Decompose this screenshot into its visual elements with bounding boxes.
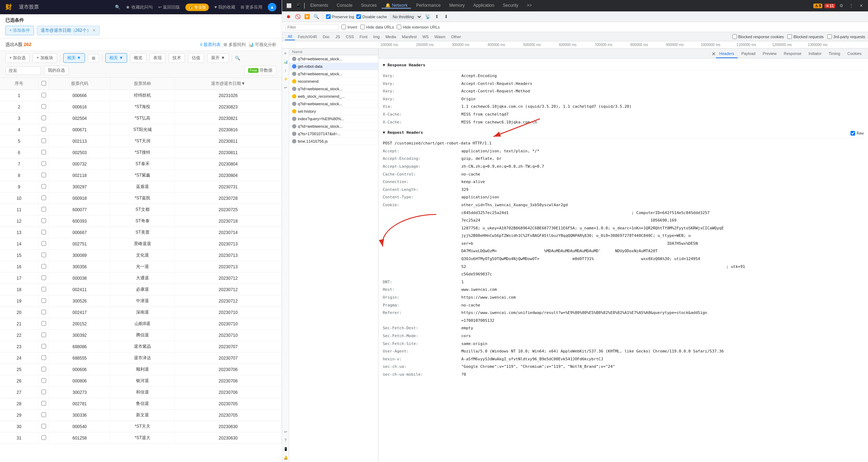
toolbar-search-input[interactable] <box>5 66 41 75</box>
row-checkbox-4[interactable] <box>38 136 49 147</box>
net-item-11[interactable]: time.11416756.js <box>289 138 378 145</box>
add-watchlist-btn[interactable]: + 加自选 <box>5 53 30 63</box>
condition-tag-close[interactable]: ✕ <box>92 28 96 33</box>
view-chart-btn[interactable]: 📊 可视化分析 <box>249 42 276 48</box>
related-btn-1[interactable]: 相关 ▼ <box>63 53 85 63</box>
more-apps-btn[interactable]: ⊞ 更多应用 <box>241 4 262 10</box>
type-all-btn[interactable]: All <box>285 33 295 40</box>
row-checkbox-25[interactable] <box>38 375 49 387</box>
preserve-log-checkbox[interactable] <box>326 14 331 19</box>
row-checkbox-19[interactable] <box>38 307 49 318</box>
stock-name-14[interactable]: 文化退 <box>110 250 175 261</box>
condition-tag-0[interactable]: 退市@退市日期（262个） ✕ <box>37 26 99 35</box>
import-btn[interactable]: ⬆ <box>433 13 441 20</box>
close-devtools-icon[interactable]: ✕ <box>857 2 865 10</box>
stock-name-5[interactable]: *ST搜特 <box>110 147 175 158</box>
nav-icon-5[interactable]: ↩ <box>283 85 289 90</box>
preserve-log-label[interactable]: Preserve log <box>326 14 354 19</box>
type-js-btn[interactable]: JS <box>333 34 343 40</box>
stock-name-20[interactable]: 山航B退 <box>110 318 175 330</box>
row-checkbox-10[interactable] <box>38 204 49 215</box>
blocked-requests-label[interactable]: Blocked requests <box>787 34 823 39</box>
grid-btn[interactable]: ⊞ <box>88 54 99 62</box>
net-item-2[interactable]: q?id=webiwencai_stock... <box>289 70 378 78</box>
export-btn[interactable]: Free 导数据 <box>244 66 276 75</box>
hide-ext-urls-checkbox[interactable] <box>397 25 401 29</box>
stock-name-0[interactable]: 经纬纺机 <box>110 90 175 101</box>
inspect-icon[interactable]: ⬜ <box>285 2 293 10</box>
row-checkbox-27[interactable] <box>38 398 49 410</box>
net-item-9[interactable]: q?id=webiwencai_stock... <box>289 123 378 130</box>
row-checkbox-12[interactable] <box>38 227 49 238</box>
disable-cache-checkbox[interactable] <box>356 14 361 19</box>
net-item-10[interactable]: q?ts=1700107147&id=... <box>289 130 378 138</box>
type-ws-btn[interactable]: WS <box>420 34 432 40</box>
tab-application[interactable]: Application <box>470 3 498 9</box>
stock-name-7[interactable]: *ST紫鑫 <box>110 170 175 181</box>
nav-icon-bottom-3[interactable]: 📱 <box>283 446 289 452</box>
third-party-checkbox[interactable] <box>827 34 832 39</box>
type-doc-btn[interactable]: Doc <box>320 34 333 40</box>
settings-icon[interactable]: ⚙ <box>837 2 845 10</box>
detail-tab-response[interactable]: Response <box>780 50 805 58</box>
throttling-select[interactable]: No throttling <box>389 14 422 20</box>
net-item-1[interactable]: get-robot-data <box>289 63 378 70</box>
type-wasm-btn[interactable]: Wasm <box>432 34 448 40</box>
stock-name-16[interactable]: 大通退 <box>110 273 175 284</box>
row-checkbox-17[interactable] <box>38 284 49 295</box>
add-condition-btn[interactable]: + 添加条件 <box>5 26 34 35</box>
detail-close-btn[interactable]: ✕ <box>712 51 716 58</box>
stock-name-4[interactable]: *ST天润 <box>110 136 175 147</box>
search-network-btn[interactable]: 🔍 <box>313 13 320 20</box>
detail-tab-payload[interactable]: Payload <box>738 50 759 58</box>
row-checkbox-2[interactable] <box>38 113 49 124</box>
hide-ext-urls-label[interactable]: Hide extension URLs <box>397 25 440 29</box>
request-headers-title[interactable]: ▼ Request Headers <box>383 130 423 135</box>
nav-icon-4[interactable]: ⚡ <box>283 76 289 82</box>
more-options-icon[interactable]: ⋮ <box>847 2 855 10</box>
detail-tab-timing[interactable]: Timing <box>825 50 844 58</box>
nav-icon-1[interactable]: ≡ <box>283 50 289 56</box>
raw-toggle-label[interactable]: Raw <box>851 131 864 136</box>
device-icon[interactable]: 📱 <box>294 2 302 10</box>
tab-more[interactable]: >> <box>523 3 536 9</box>
stock-name-2[interactable]: *ST弘高 <box>110 113 175 124</box>
collect-btn[interactable]: ★ 收藏此问句 <box>126 4 152 10</box>
overview-btn[interactable]: 概览 <box>130 53 146 63</box>
stock-name-11[interactable]: ST奇泰 <box>110 215 175 227</box>
stock-name-3[interactable]: ST阳光城 <box>110 124 175 136</box>
tech-btn[interactable]: 技术 <box>169 53 185 63</box>
tab-console[interactable]: Console <box>333 3 356 9</box>
net-item-4[interactable]: q?id=webiwencai_stock... <box>289 85 378 93</box>
nav-icon-2[interactable]: 📊 <box>283 59 289 65</box>
raw-toggle-checkbox[interactable] <box>851 131 855 136</box>
nav-icon-bottom-4[interactable]: 🔔 <box>283 455 289 460</box>
search-btn[interactable]: 🔍 <box>115 5 120 10</box>
row-checkbox-23[interactable] <box>38 352 49 364</box>
net-item-6[interactable]: q?id=webiwencai_stock... <box>289 100 378 108</box>
stock-name-10[interactable]: ST文都 <box>110 204 175 215</box>
row-checkbox-0[interactable] <box>38 90 49 101</box>
stock-name-1[interactable]: *ST海投 <box>110 101 175 113</box>
tab-elements[interactable]: Elements <box>307 3 332 9</box>
stock-name-23[interactable]: 退市泽达 <box>110 352 175 364</box>
stock-name-24[interactable]: 顺利退 <box>110 364 175 375</box>
type-font-btn[interactable]: Font <box>357 34 370 40</box>
valuation-btn[interactable]: 估值 <box>188 53 204 63</box>
stock-name-29[interactable]: *ST天天 <box>110 421 175 432</box>
invert-label[interactable]: Invert <box>341 25 357 29</box>
tab-memory[interactable]: Memory <box>446 3 468 9</box>
row-checkbox-20[interactable] <box>38 318 49 330</box>
export-network-btn[interactable]: ⬇ <box>443 13 450 20</box>
type-fetch-btn[interactable]: Fetch/XHR <box>295 34 320 40</box>
row-checkbox-16[interactable] <box>38 273 49 284</box>
type-css-btn[interactable]: CSS <box>343 34 357 40</box>
stock-name-28[interactable]: 新文退 <box>110 410 175 421</box>
nav-icon-3[interactable]: ↕ <box>283 67 289 73</box>
row-checkbox-6[interactable] <box>38 158 49 170</box>
net-item-8[interactable]: index?query=%E9%80%... <box>289 115 378 123</box>
tab-network[interactable]: 🔔 Network <box>382 3 411 9</box>
row-checkbox-15[interactable] <box>38 261 49 273</box>
third-party-label[interactable]: 3rd-party requests <box>827 34 865 39</box>
row-checkbox-18[interactable] <box>38 295 49 307</box>
